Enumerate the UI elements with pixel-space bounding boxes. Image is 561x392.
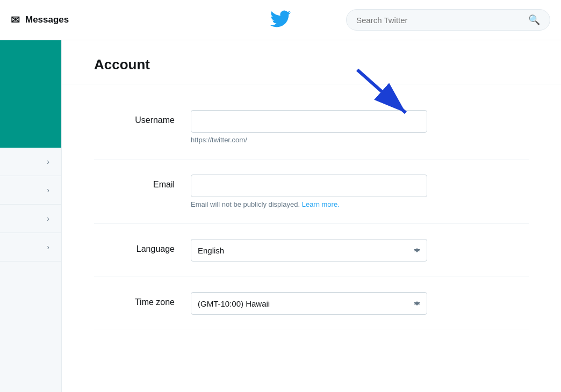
account-header: Account — [62, 40, 561, 84]
sidebar-item-1[interactable]: › — [0, 148, 61, 176]
content-area: Account Username — [62, 40, 561, 392]
email-hint: Email will not be publicly displayed. Le… — [191, 200, 427, 208]
language-select[interactable]: English Spanish French — [191, 239, 427, 262]
username-label: Username — [94, 110, 191, 125]
email-hint-static: Email will not be publicly displayed. — [191, 200, 300, 208]
twitter-logo[interactable] — [270, 9, 291, 31]
search-bar-wrapper: 🔍 — [346, 9, 550, 31]
twitter-bird-icon — [270, 9, 291, 29]
search-input[interactable] — [356, 16, 523, 25]
email-label: Email — [94, 175, 191, 190]
language-field-wrapper: English Spanish French — [191, 239, 427, 262]
language-label: Language — [94, 239, 191, 254]
timezone-row: Time zone (GMT-10:00) Hawaii (GMT-08:00)… — [94, 277, 529, 330]
sidebar-items: › › › › — [0, 148, 61, 262]
navbar: ✉ Messages 🔍 — [0, 0, 561, 40]
username-hint: https://twitter.com/ — [191, 136, 427, 144]
sidebar-item-4[interactable]: › — [0, 233, 61, 262]
chevron-right-icon: › — [47, 186, 49, 194]
sidebar-item-2[interactable]: › — [0, 176, 61, 205]
sidebar-teal-block — [0, 40, 61, 148]
search-bar: 🔍 — [346, 9, 550, 31]
main-layout: › › › › Account Username — [0, 40, 561, 392]
email-row: Email Email will not be publicly display… — [94, 159, 529, 224]
sidebar-item-3[interactable]: › — [0, 205, 61, 233]
messages-label: Messages — [25, 14, 69, 25]
language-row: Language English Spanish French — [94, 224, 529, 277]
search-icon: 🔍 — [528, 14, 540, 26]
email-field-wrapper: Email will not be publicly displayed. Le… — [191, 175, 427, 208]
timezone-label: Time zone — [94, 292, 191, 307]
timezone-select[interactable]: (GMT-10:00) Hawaii (GMT-08:00) Pacific T… — [191, 292, 427, 315]
chevron-right-icon: › — [47, 157, 49, 166]
learn-more-link[interactable]: Learn more. — [302, 200, 340, 208]
sidebar-nav: › › › › — [0, 40, 62, 392]
chevron-right-icon: › — [47, 214, 49, 223]
username-field-wrapper: https://twitter.com/ — [191, 110, 427, 144]
messages-nav[interactable]: ✉ Messages — [11, 13, 69, 26]
chevron-right-icon: › — [47, 243, 49, 251]
email-input[interactable] — [191, 175, 427, 197]
envelope-icon: ✉ — [11, 13, 20, 26]
timezone-field-wrapper: (GMT-10:00) Hawaii (GMT-08:00) Pacific T… — [191, 292, 427, 315]
username-row: Username https://twitter.com/ — [94, 95, 529, 159]
form-section: Username https://twitter.com/ — [62, 84, 561, 341]
account-title: Account — [94, 56, 529, 73]
username-input[interactable] — [191, 110, 427, 133]
